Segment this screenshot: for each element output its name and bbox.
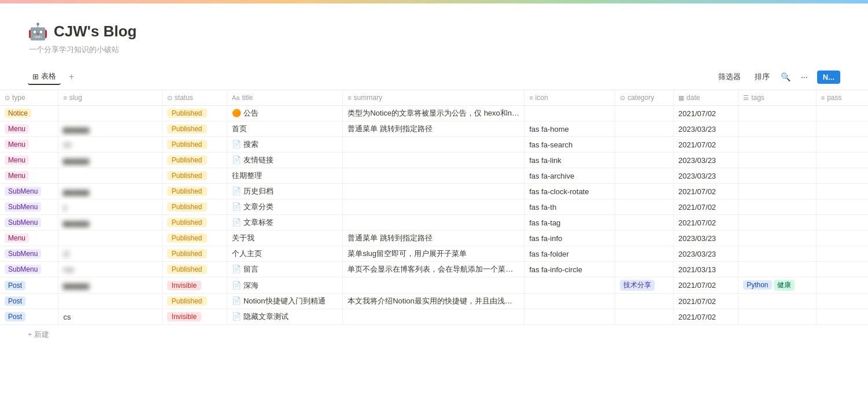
- tab-table[interactable]: ⊞ 表格: [28, 69, 61, 85]
- header: 🤖 CJW's Blog 一个分享学习知识的小破站: [0, 3, 868, 64]
- cell-summary: [343, 309, 525, 325]
- cell-status: Published: [162, 199, 227, 215]
- cell-category: [615, 215, 674, 231]
- col-header-tags[interactable]: ☰tags: [738, 90, 817, 106]
- table-row[interactable]: PostcsInvisible📄隐藏文章测试2021/07/02: [0, 309, 868, 325]
- col-header-category[interactable]: ⊙category: [615, 90, 674, 106]
- cell-date: 2023/03/23: [674, 168, 738, 184]
- cell-tags: [738, 106, 817, 121]
- cell-date: 2021/07/02: [674, 215, 738, 231]
- cell-type: SubMenu: [0, 199, 58, 215]
- col-header-slug[interactable]: ≡slug: [58, 90, 162, 106]
- cell-title: 📄文章分类: [227, 199, 342, 215]
- table-row[interactable]: Post██████Invisible📄深海技术分享2021/07/02Pyth…: [0, 277, 868, 294]
- cell-tags: [738, 168, 817, 184]
- cell-category: 技术分享: [615, 277, 674, 294]
- table-container: ⊙type ≡slug ⊙status Aatitle ≡summary ≡ic…: [0, 90, 868, 325]
- cell-summary: 类型为Notice的文章将被显示为公告，仅 hexo和next支持: [343, 106, 525, 121]
- cell-type: SubMenu: [0, 215, 58, 231]
- cell-status: Published: [162, 106, 227, 121]
- cell-slug: cs: [58, 309, 162, 325]
- add-row-button[interactable]: + 新建: [0, 325, 868, 344]
- col-header-summary[interactable]: ≡summary: [343, 90, 525, 106]
- cell-icon: fas fa-tag: [525, 215, 615, 231]
- table-row[interactable]: SubMenuyPublished📄文章分类fas fa-th2021/07/0…: [0, 199, 868, 215]
- cell-pass: [816, 294, 868, 309]
- table-row[interactable]: Menu██████Published首页普通菜单 跳转到指定路径fas fa-…: [0, 121, 868, 137]
- cell-slug: [58, 168, 162, 184]
- table-row[interactable]: SubMenu██████Published📄文章标签fas fa-tag202…: [0, 215, 868, 231]
- cell-tags: [738, 121, 817, 137]
- table-row[interactable]: Menu██████Published📄友情链接fas fa-link2023/…: [0, 153, 868, 168]
- col-header-status[interactable]: ⊙status: [162, 90, 227, 106]
- table-header-row: ⊙type ≡slug ⊙status Aatitle ≡summary ≡ic…: [0, 90, 868, 106]
- cell-date: 2023/03/23: [674, 246, 738, 262]
- col-header-title[interactable]: Aatitle: [227, 90, 342, 106]
- cell-icon: fas fa-archive: [525, 168, 615, 184]
- table-row[interactable]: MenuPublished关于我普通菜单 跳转到指定路径fas fa-info2…: [0, 231, 868, 246]
- cell-type: Menu: [0, 137, 58, 153]
- cell-category: [615, 309, 674, 325]
- table-row[interactable]: SubMenumePublished📄留言单页不会显示在博客列表，会在导航添加一…: [0, 262, 868, 277]
- cell-summary: [343, 277, 525, 294]
- cell-title: 关于我: [227, 231, 342, 246]
- cell-slug: ██████: [58, 153, 162, 168]
- table-row[interactable]: MenuchPublished📄搜索fas fa-search2021/07/0…: [0, 137, 868, 153]
- col-header-date[interactable]: ▦date: [674, 90, 738, 106]
- cell-title: 往期整理: [227, 168, 342, 184]
- cell-icon: fas fa-home: [525, 121, 615, 137]
- search-icon[interactable]: 🔍: [780, 71, 792, 83]
- cell-type: Post: [0, 294, 58, 309]
- cell-date: 2021/07/02: [674, 199, 738, 215]
- cell-tags: [738, 215, 817, 231]
- col-header-pass[interactable]: ≡pass: [816, 90, 868, 106]
- cell-tags: [738, 137, 817, 153]
- add-view-button[interactable]: +: [65, 69, 77, 84]
- blog-icon: 🤖: [28, 22, 48, 41]
- cell-date: 2021/07/02: [674, 184, 738, 199]
- filter-button[interactable]: 筛选器: [715, 71, 744, 83]
- more-icon[interactable]: ···: [799, 71, 810, 83]
- cell-summary: [343, 184, 525, 199]
- cell-pass: [816, 106, 868, 121]
- cell-date: 2021/07/02: [674, 277, 738, 294]
- col-header-type[interactable]: ⊙type: [0, 90, 58, 106]
- cell-type: SubMenu: [0, 246, 58, 262]
- cell-category: [615, 199, 674, 215]
- table-row[interactable]: PostPublished📄Notion快捷键入门到精通本文我将介绍Notion…: [0, 294, 868, 309]
- cell-slug: 2/: [58, 246, 162, 262]
- cell-type: Menu: [0, 168, 58, 184]
- cell-type: Menu: [0, 121, 58, 137]
- table-row[interactable]: MenuPublished往期整理fas fa-archive2023/03/2…: [0, 168, 868, 184]
- cell-slug: ██████: [58, 121, 162, 137]
- cell-pass: [816, 262, 868, 277]
- cell-pass: [816, 137, 868, 153]
- cell-pass: [816, 231, 868, 246]
- cell-pass: [816, 309, 868, 325]
- table-row[interactable]: SubMenu2/Published个人主页菜单slug留空即可，用户展开子菜单…: [0, 246, 868, 262]
- cell-icon: fas fa-link: [525, 153, 615, 168]
- col-header-icon[interactable]: ≡icon: [525, 90, 615, 106]
- cell-slug: ██████: [58, 184, 162, 199]
- cell-type: SubMenu: [0, 262, 58, 277]
- cell-summary: 本文我将介绍Notion最实用的快捷键，并且由浅入深地探: [343, 294, 525, 309]
- cell-status: Published: [162, 294, 227, 309]
- cell-slug: [58, 294, 162, 309]
- cell-slug: [58, 106, 162, 121]
- table-row[interactable]: SubMenu██████Published📄历史归档fas fa-clock-…: [0, 184, 868, 199]
- table-row[interactable]: NoticePublished🟠公告类型为Notice的文章将被显示为公告，仅 …: [0, 106, 868, 121]
- cell-date: 2023/03/23: [674, 153, 738, 168]
- cell-status: Published: [162, 246, 227, 262]
- cell-title: 📄隐藏文章测试: [227, 309, 342, 325]
- cell-slug: me: [58, 262, 162, 277]
- cell-type: Post: [0, 277, 58, 294]
- sort-button[interactable]: 排序: [751, 71, 773, 83]
- toolbar: ⊞ 表格 + 筛选器 排序 🔍 ··· N...: [0, 64, 868, 90]
- cell-tags: [738, 262, 817, 277]
- cell-status: Published: [162, 137, 227, 153]
- cell-icon: [525, 294, 615, 309]
- new-button[interactable]: N...: [817, 71, 840, 84]
- cell-slug: ██████: [58, 215, 162, 231]
- cell-tags: [738, 309, 817, 325]
- cell-title: 📄搜索: [227, 137, 342, 153]
